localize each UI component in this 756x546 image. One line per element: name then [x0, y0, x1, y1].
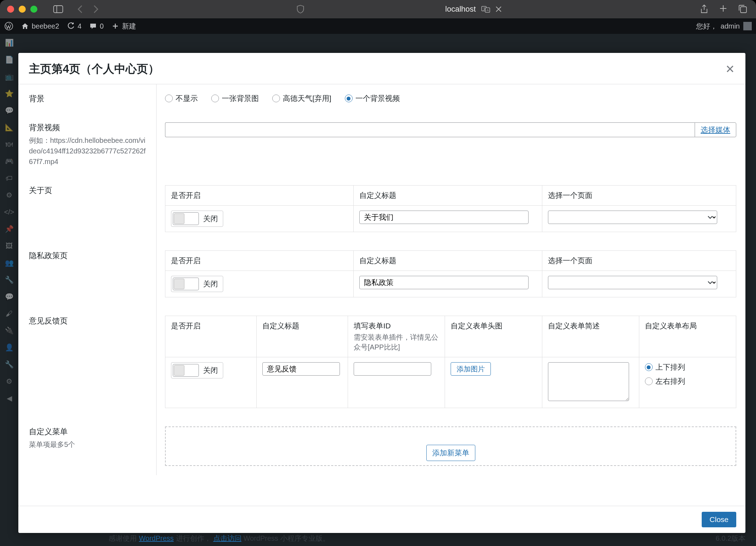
feedback-col-title: 自定义标题	[257, 316, 348, 357]
feedback-toggle-state: 关闭	[203, 365, 218, 375]
radio-bg-video[interactable]: 一个背景视频	[345, 93, 400, 103]
background-radio-group: 不显示 一张背景图 高德天气[弃用] 一个背景视频	[165, 93, 736, 103]
privacy-enable-toggle[interactable]	[173, 278, 199, 290]
privacy-table: 是否开启 自定义标题 选择一个页面 关闭	[165, 250, 736, 297]
privacy-toggle-state: 关闭	[203, 279, 218, 289]
privacy-title-input[interactable]	[359, 276, 529, 289]
new-tab-icon[interactable]	[719, 4, 727, 14]
comment-icon	[89, 22, 97, 30]
select-media-button[interactable]: 选择媒体	[695, 122, 736, 137]
window-controls	[7, 6, 37, 13]
sidebar-toggle-icon[interactable]	[53, 5, 63, 13]
close-window-button[interactable]	[7, 6, 14, 13]
svg-text:文: 文	[483, 7, 486, 11]
about-col-page: 选择一个页面	[542, 186, 736, 206]
wp-version: 6.0.2版本	[716, 534, 745, 543]
about-table: 是否开启 自定义标题 选择一个页面 关闭	[165, 185, 736, 232]
feedback-enable-toggle[interactable]	[173, 364, 199, 377]
wp-logo-icon[interactable]	[4, 22, 13, 31]
click-visit-link[interactable]: 点击访问	[213, 534, 242, 543]
modal-title: 主页第4页（个人中心页）	[29, 61, 159, 77]
feedback-title-input[interactable]	[262, 362, 340, 376]
feedback-table: 是否开启 自定义标题 填写表单ID 需安装表单插件，详情见公众号[APP比比] …	[165, 316, 736, 408]
about-toggle-state: 关闭	[203, 214, 218, 224]
minimize-window-button[interactable]	[19, 6, 26, 13]
wp-footer-text: 感谢使用 WordPress 进行创作， 点击访问 WordPress 小程序专…	[109, 534, 330, 543]
privacy-col-enable: 是否开启	[165, 251, 354, 271]
about-enable-toggle[interactable]	[173, 212, 199, 225]
feedback-col-desc: 自定义表单简述	[542, 316, 639, 357]
modal-footer: Close	[18, 506, 745, 533]
feedback-formid-input[interactable]	[354, 362, 431, 376]
radio-bg-gaode[interactable]: 高德天气[弃用]	[272, 93, 331, 103]
svg-rect-10	[740, 7, 746, 13]
wordpress-link[interactable]: WordPress	[139, 534, 174, 542]
feedback-col-formid: 填写表单ID 需安装表单插件，详情见公众号[APP比比]	[348, 316, 445, 357]
plus-icon	[111, 22, 119, 30]
adminbar-updates[interactable]: 4	[67, 22, 81, 30]
adminbar-greeting: 您好，	[696, 22, 717, 31]
adminbar-comments[interactable]: 0	[89, 22, 104, 30]
wp-admin-bar: beebee2 4 0 新建 您好， admin	[0, 18, 756, 34]
privacy-col-page: 选择一个页面	[542, 251, 736, 271]
feedback-col-enable: 是否开启	[165, 316, 257, 357]
close-button[interactable]: Close	[702, 512, 736, 527]
feedback-col-layout: 自定义表单布局	[639, 316, 736, 357]
about-col-title: 自定义标题	[354, 186, 542, 206]
nav-back-button[interactable]	[77, 5, 84, 14]
adminbar-new[interactable]: 新建	[111, 22, 136, 31]
modal-close-x-button[interactable]: ✕	[725, 62, 735, 76]
modal-header: 主页第4页（个人中心页） ✕	[18, 53, 745, 84]
tabs-icon[interactable]	[738, 4, 747, 14]
label-feedback: 意见反馈页	[18, 307, 157, 417]
label-background: 背景	[18, 84, 157, 113]
radio-bg-none[interactable]: 不显示	[165, 93, 198, 103]
about-col-enable: 是否开启	[165, 186, 354, 206]
adminbar-site-name: beebee2	[32, 22, 59, 30]
share-icon[interactable]	[700, 4, 708, 14]
wp-sidebar-collapsed: 📊📄📺⭐💬📐🍽🎮🏷⚙</>📌🖼👥🔧💬🖌🔌👤🔧⚙◀	[0, 34, 18, 546]
custom-menu-dropzone: 添加新菜单	[165, 426, 736, 466]
feedback-desc-textarea[interactable]	[548, 362, 629, 401]
url-text[interactable]: localhost	[445, 5, 476, 14]
settings-modal: 主页第4页（个人中心页） ✕ 背景 不显示 一张背景图 高德天气[弃用] 一个背…	[18, 53, 745, 533]
home-icon	[21, 22, 29, 30]
adminbar-comments-count: 0	[100, 22, 104, 30]
svg-rect-0	[54, 6, 63, 13]
clear-icon[interactable]	[495, 6, 502, 13]
avatar	[743, 22, 752, 30]
adminbar-user-menu[interactable]: 您好， admin	[696, 22, 752, 31]
label-custom-menu: 自定义菜单	[29, 426, 149, 437]
label-privacy: 隐私政策页	[18, 241, 157, 307]
radio-layout-vertical[interactable]: 上下排列	[645, 362, 685, 372]
maximize-window-button[interactable]	[30, 6, 37, 13]
svg-text:A: A	[487, 8, 489, 12]
nav-forward-button[interactable]	[92, 5, 99, 14]
add-image-button[interactable]: 添加图片	[451, 362, 491, 376]
radio-bg-image[interactable]: 一张背景图	[211, 93, 259, 103]
about-page-select[interactable]	[548, 211, 717, 224]
shield-icon[interactable]	[297, 5, 304, 14]
add-menu-button[interactable]: 添加新菜单	[426, 445, 475, 461]
label-custom-menu-sub: 菜单项最多5个	[29, 439, 149, 450]
radio-layout-horizontal[interactable]: 左右排列	[645, 376, 685, 386]
privacy-col-title: 自定义标题	[354, 251, 542, 271]
label-about: 关于页	[18, 176, 157, 241]
translate-icon[interactable]: 文A	[481, 5, 491, 13]
browser-titlebar: localhost 文A	[0, 0, 756, 18]
adminbar-username: admin	[721, 22, 740, 30]
adminbar-new-label: 新建	[122, 22, 136, 31]
bgvideo-url-input[interactable]	[165, 122, 695, 137]
about-title-input[interactable]	[359, 211, 529, 224]
refresh-icon	[67, 22, 75, 30]
adminbar-updates-count: 4	[78, 22, 81, 30]
feedback-col-headerimg: 自定义表单头图	[445, 316, 542, 357]
privacy-page-select[interactable]	[548, 276, 717, 289]
adminbar-site-link[interactable]: beebee2	[21, 22, 59, 30]
label-bgvideo-sub: 例如：https://cdn.hellobeebee.com/video/c41…	[29, 135, 149, 167]
label-bgvideo: 背景视频	[29, 122, 149, 133]
